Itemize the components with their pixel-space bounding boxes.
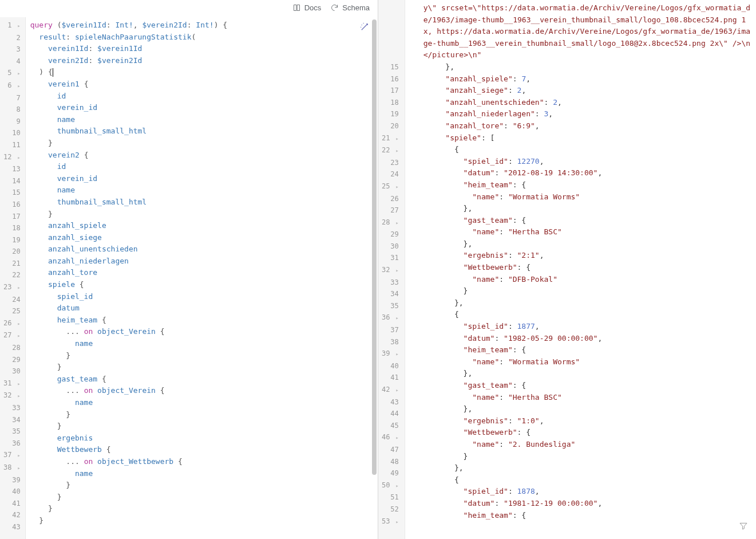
query-pane: Docs Schema 1 ▸2345 ▸6 ▸789101112 ▸13141…: [0, 0, 378, 539]
graphql-ide: Docs Schema 1 ▸2345 ▸6 ▸789101112 ▸13141…: [0, 0, 756, 539]
result-pane: 15161718192021 ▸22 ▸232425 ▸262728 ▸2930…: [378, 0, 756, 539]
result-viewer[interactable]: 15161718192021 ▸22 ▸232425 ▸262728 ▸2930…: [378, 0, 756, 539]
funnel-icon: [739, 521, 748, 530]
query-editor[interactable]: 1 ▸2345 ▸6 ▸789101112 ▸13141516171819202…: [0, 17, 378, 539]
book-icon: [292, 3, 301, 12]
result-gutter: 15161718192021 ▸22 ▸232425 ▸262728 ▸2930…: [378, 0, 405, 539]
query-gutter: 1 ▸2345 ▸6 ▸789101112 ▸13141516171819202…: [0, 17, 26, 539]
schema-button[interactable]: Schema: [330, 3, 370, 12]
query-scrollbar[interactable]: [372, 19, 377, 537]
schema-label: Schema: [342, 3, 370, 12]
refresh-icon: [330, 3, 339, 12]
filter-button[interactable]: [739, 521, 748, 532]
scroll-thumb[interactable]: [372, 19, 377, 475]
docs-button[interactable]: Docs: [292, 3, 322, 12]
editor-toolbar: Docs Schema: [0, 0, 378, 17]
prettify-button[interactable]: [359, 22, 370, 34]
query-text[interactable]: query ($verein1Id: Int!, $verein2Id: Int…: [26, 17, 378, 539]
result-text: y\" srcset=\"https://data.wormatia.de/Ar…: [405, 0, 756, 539]
magic-wand-icon: [359, 22, 370, 32]
docs-label: Docs: [304, 3, 322, 12]
